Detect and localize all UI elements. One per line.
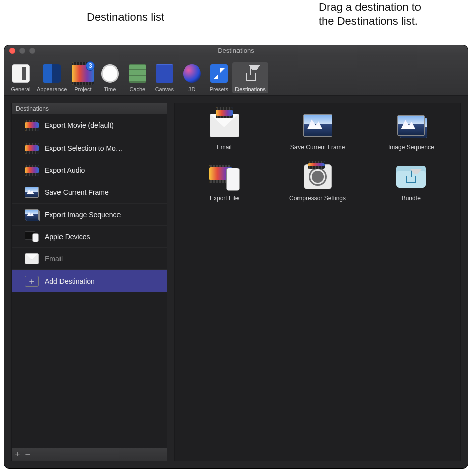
list-item-label: Apple Devices	[45, 233, 90, 241]
callouts: Destinations list Drag a destination to …	[0, 0, 476, 45]
list-item-export-movie[interactable]: Export Movie (default)	[12, 114, 167, 137]
list-item-label: Email	[45, 255, 63, 263]
grid-item-bundle[interactable]: Bundle	[367, 163, 455, 202]
titlebar: Destinations	[4, 45, 468, 56]
tab-label: Appearance	[37, 86, 67, 92]
envelope-icon	[25, 253, 39, 264]
grid-item-compressor[interactable]: Compressor Settings	[273, 163, 362, 202]
cache-icon	[126, 62, 148, 85]
photo-stack-icon	[25, 209, 39, 220]
list-item-export-selection[interactable]: Export Selection to Mo…	[12, 137, 167, 159]
list-item-label: Export Image Sequence	[45, 211, 121, 219]
tab-label: Presets	[210, 86, 228, 92]
grid-item-label: Compressor Settings	[289, 195, 346, 202]
envelope-icon	[208, 111, 241, 140]
list-item-label: Export Audio	[45, 166, 85, 174]
3d-icon	[181, 62, 203, 85]
grid-item-label: Image Sequence	[388, 144, 434, 151]
grid-item-label: Bundle	[402, 195, 421, 202]
photo-icon	[25, 187, 39, 198]
content-area: Destinations Export Movie (default) Expo…	[4, 96, 468, 468]
tab-general[interactable]: General	[7, 62, 34, 93]
devices-icon	[25, 231, 39, 242]
list-item-email[interactable]: Email	[12, 247, 167, 269]
destinations-list-body: Export Movie (default) Export Selection …	[12, 114, 167, 448]
tab-destinations[interactable]: Destinations	[232, 62, 268, 93]
tab-label: Canvas	[155, 86, 174, 92]
list-item-save-frame[interactable]: Save Current Frame	[12, 181, 167, 203]
filmstrip-icon	[25, 143, 39, 154]
project-icon: 3	[72, 62, 94, 85]
grid-item-label: Save Current Frame	[290, 144, 345, 151]
grid-item-label: Email	[217, 144, 232, 151]
general-icon	[10, 62, 32, 85]
list-item-label: Save Current Frame	[45, 188, 109, 196]
tab-cache[interactable]: Cache	[124, 62, 151, 93]
filmstrip-icon	[25, 165, 39, 176]
list-item-label: Export Selection to Mo…	[45, 144, 123, 152]
destinations-list-header: Destinations	[12, 103, 167, 114]
grid-item-export-file[interactable]: Export File	[180, 163, 268, 202]
list-item-apple-devices[interactable]: Apple Devices	[12, 225, 167, 247]
grid-item-email[interactable]: Email	[180, 111, 268, 151]
file-phone-icon	[208, 163, 241, 191]
tab-label: 3D	[188, 86, 195, 92]
callout-left: Destinations list	[87, 10, 164, 24]
destinations-grid: Email Save Current Frame Image Sequence	[174, 103, 461, 461]
plus-box-icon: ＋	[25, 276, 39, 287]
list-item-export-image-seq[interactable]: Export Image Sequence	[12, 203, 167, 225]
grid-item-image-sequence[interactable]: Image Sequence	[367, 111, 455, 151]
preferences-window: Destinations General Appearance 3 Projec…	[4, 45, 468, 468]
window-title: Destinations	[4, 47, 468, 54]
remove-button[interactable]: −	[25, 449, 31, 460]
presets-icon	[208, 62, 230, 85]
filmstrip-icon	[25, 120, 39, 131]
compressor-icon	[302, 163, 334, 191]
photo-icon	[302, 111, 334, 140]
list-item-label: Export Movie (default)	[45, 121, 114, 129]
callout-right: Drag a destination to the Destinations l…	[319, 0, 421, 28]
grid-item-label: Export File	[210, 195, 239, 202]
destinations-list-footer: + −	[12, 448, 167, 461]
canvas-icon	[153, 62, 175, 85]
destinations-list: Destinations Export Movie (default) Expo…	[11, 103, 167, 461]
tab-canvas[interactable]: Canvas	[151, 62, 178, 93]
tab-presets[interactable]: Presets	[205, 62, 232, 93]
tab-label: General	[11, 86, 30, 92]
appearance-icon	[41, 62, 63, 85]
list-item-label: Add Destination	[45, 277, 95, 285]
tab-project[interactable]: 3 Project	[69, 62, 96, 93]
tab-3d[interactable]: 3D	[178, 62, 205, 93]
list-item-export-audio[interactable]: Export Audio	[12, 159, 167, 181]
prefs-toolbar: General Appearance 3 Project Time Cache …	[4, 56, 468, 96]
tab-label: Cache	[129, 86, 145, 92]
folder-share-icon	[395, 163, 427, 191]
grid-item-save-frame[interactable]: Save Current Frame	[273, 111, 362, 151]
tab-time[interactable]: Time	[96, 62, 124, 93]
list-item-add-destination[interactable]: ＋ Add Destination	[12, 269, 167, 292]
share-icon	[240, 62, 262, 85]
tab-appearance[interactable]: Appearance	[34, 62, 69, 93]
tab-label: Destinations	[235, 86, 266, 92]
add-button[interactable]: +	[15, 449, 20, 460]
tab-label: Time	[104, 86, 116, 92]
tab-label: Project	[74, 86, 91, 92]
photo-stack-icon	[395, 111, 427, 140]
stopwatch-icon	[99, 62, 121, 85]
